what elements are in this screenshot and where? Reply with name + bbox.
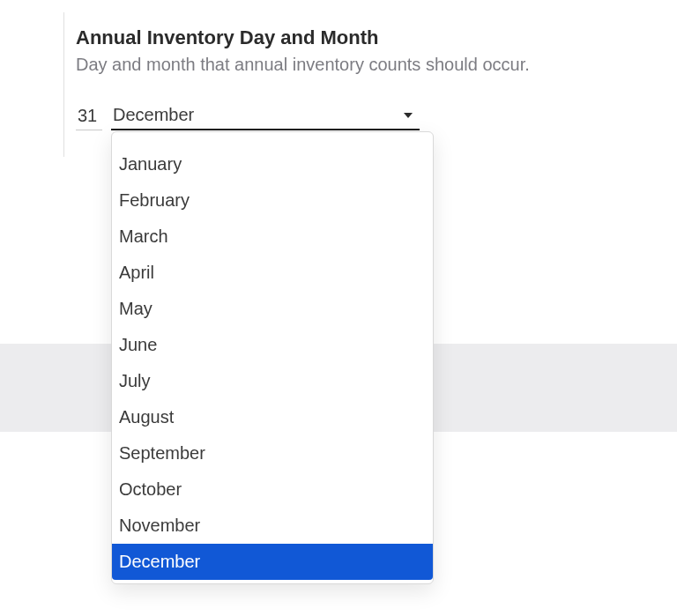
month-option-september[interactable]: September	[112, 435, 433, 471]
day-month-fields: 31 December JanuaryFebruaryMarchAprilMay…	[76, 101, 599, 130]
month-option-august[interactable]: August	[112, 399, 433, 435]
section-title: Annual Inventory Day and Month	[76, 26, 599, 49]
month-dropdown[interactable]: JanuaryFebruaryMarchAprilMayJuneJulyAugu…	[111, 131, 434, 584]
month-option-april[interactable]: April	[112, 255, 433, 291]
chevron-down-icon	[404, 113, 413, 118]
month-option-october[interactable]: October	[112, 471, 433, 508]
month-option-march[interactable]: March	[112, 219, 433, 255]
month-select[interactable]: December JanuaryFebruaryMarchAprilMayJun…	[111, 101, 420, 130]
inventory-schedule-section: Annual Inventory Day and Month Day and m…	[0, 0, 599, 130]
month-option-january[interactable]: January	[112, 146, 433, 182]
month-option-february[interactable]: February	[112, 182, 433, 219]
month-select-value: December	[113, 105, 194, 125]
month-option-june[interactable]: June	[112, 327, 433, 363]
month-option-july[interactable]: July	[112, 363, 433, 399]
day-input[interactable]: 31	[76, 102, 102, 130]
month-option-december[interactable]: December	[112, 544, 433, 580]
section-description: Day and month that annual inventory coun…	[76, 55, 599, 75]
month-option-may[interactable]: May	[112, 291, 433, 327]
month-option-november[interactable]: November	[112, 508, 433, 544]
